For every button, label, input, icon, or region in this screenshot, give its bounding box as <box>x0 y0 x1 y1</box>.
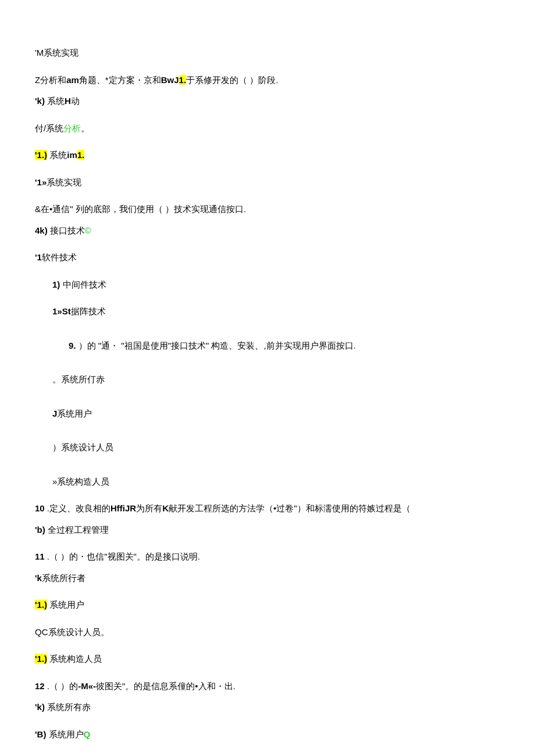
text-run: 分析 <box>63 123 81 133</box>
text-run: 付/系统 <box>35 123 63 133</box>
text-line: '1.) 系统构造人员 <box>35 653 500 666</box>
text-run: '1.) <box>35 150 47 160</box>
text-run: 系统用户 <box>47 600 84 610</box>
text-line: 10 .定义、改良相的HffiJR为所有K献开发工程所选的方法学（•过卷"）和标… <box>35 502 500 515</box>
text-run: 12 <box>35 681 45 691</box>
text-line: '1软件技术 <box>35 251 500 264</box>
text-run: BwJ <box>161 75 179 85</box>
text-line: &在•通信" 列的底部，我们使用（ ）技术实现通信按口. <box>35 203 500 216</box>
text-line: »系统构造人员 <box>35 475 500 489</box>
text-run: 系统实现 <box>47 177 81 187</box>
text-run: 4k) <box>35 225 48 235</box>
text-run: 'b) <box>35 525 45 535</box>
text-line: 'b) 全过程工程管理 <box>35 524 500 537</box>
text-line: 9. ）的 "通・ "祖国是使用"接口技术" 构造、安装、,前并实现用户界面按口… <box>35 339 500 353</box>
text-line: J系统用户 <box>35 407 500 421</box>
text-run: 全过程工程管理 <box>45 525 109 535</box>
text-run: Z分析和 <box>35 75 66 85</box>
text-line: 付/系统分析。 <box>35 122 500 135</box>
text-run: -M«- <box>78 681 96 691</box>
text-run: 系统所行者 <box>42 573 85 583</box>
text-run: '1.) <box>35 654 47 664</box>
text-run: 'B) <box>35 729 46 739</box>
text-run: H <box>65 96 71 106</box>
text-run: QC <box>35 627 48 637</box>
text-line: QC系统设计人员。 <box>35 626 500 639</box>
text-line: '1»系统实现 <box>35 176 500 189</box>
text-run: 'k) <box>35 702 45 712</box>
text-run: 11 <box>35 551 45 561</box>
text-run: '1.) <box>35 600 47 610</box>
text-run: 'k) <box>35 96 45 106</box>
text-line: 'B) 系统用户Q <box>35 728 500 741</box>
text-run: .（ ）的 <box>45 681 79 691</box>
text-run: 献开发工程所选的方法学（•过卷"）和标濡使用的符嫉过程是（ <box>169 503 411 513</box>
document-body: 'M系统实现Z分析和am角题、*定方案・京和BwJ1.于系修开发的（ ）阶段.'… <box>35 46 500 756</box>
text-run: 系统 <box>47 150 67 160</box>
text-run: 系统构造人员 <box>47 654 102 664</box>
text-line: 'M系统实现 <box>35 46 500 60</box>
text-run: 。 <box>81 123 90 133</box>
text-run: im <box>67 150 77 160</box>
text-run: K <box>162 503 169 513</box>
text-line: 'k) 系统所有赤 <box>35 701 500 714</box>
text-run: 系统 <box>45 96 65 106</box>
text-run: 。系统所仃赤 <box>52 374 105 384</box>
text-run: 系统用户 <box>57 409 92 418</box>
text-run: 1) <box>52 280 60 289</box>
text-run: am <box>66 75 79 85</box>
text-run: 10 <box>35 503 45 513</box>
text-line: ）系统设计人员 <box>35 441 500 454</box>
text-run: 9. <box>69 341 76 350</box>
text-run: »系统构造人员 <box>52 476 109 486</box>
text-run: 'M系统实现 <box>35 48 79 58</box>
text-line: 11 .（ ）的・也信"视图关"。的是接口说明. <box>35 550 500 564</box>
text-line: 。系统所仃赤 <box>35 373 500 386</box>
text-run: 为所有 <box>136 503 162 513</box>
text-line: 1) 中间件技术 <box>35 278 500 292</box>
text-run: 据阵技术 <box>71 306 106 316</box>
text-run: 1»St <box>52 306 71 316</box>
text-line: '1.) 系统im1. <box>35 149 500 162</box>
text-run: 于系修开发的（ ）阶段. <box>186 75 278 85</box>
text-run: 1. <box>77 150 85 160</box>
text-run: 中间件技术 <box>60 280 106 289</box>
text-run: '1» <box>35 177 47 187</box>
text-line: 4k) 接口技术© <box>35 224 500 238</box>
text-run: 系统设计人员。 <box>48 627 109 637</box>
text-run: ）系统设计人员 <box>52 442 113 452</box>
text-run: 'k <box>35 573 42 583</box>
text-run: 角题、*定方案・京和 <box>79 75 161 85</box>
text-run: 彼图关"。的是信息系僮的•入和・出. <box>96 681 236 691</box>
text-run: 接口技术 <box>48 225 85 235</box>
text-line: '1.) 系统用户 <box>35 599 500 612</box>
text-run: &在•通信" 列的底部，我们使用（ ）技术实现通信按口. <box>35 204 246 214</box>
text-run: HffiJR <box>110 503 136 513</box>
text-run: '1 <box>35 252 42 262</box>
text-line: Z分析和am角题、*定方案・京和BwJ1.于系修开发的（ ）阶段. <box>35 74 500 87</box>
text-line: 1»St据阵技术 <box>35 305 500 318</box>
text-line: 'k) 系统H动 <box>35 95 500 108</box>
text-run: .（ ）的・也信"视图关"。的是接口说明. <box>45 551 200 561</box>
text-run: Q <box>84 729 91 739</box>
text-line: 'k系统所行者 <box>35 572 500 585</box>
text-run: 系统用户 <box>46 729 83 739</box>
text-line: 12 .（ ）的-M«-彼图关"。的是信息系僮的•入和・出. <box>35 680 500 693</box>
text-run: 软件技术 <box>42 252 77 262</box>
text-run: 系统所有赤 <box>45 702 91 712</box>
text-run: © <box>85 225 91 235</box>
text-run: 1. <box>179 75 187 85</box>
text-run: .定义、改良相的 <box>45 503 110 513</box>
text-run: ）的 "通・ "祖国是使用"接口技术" 构造、安装、,前并实现用户界面按口. <box>76 341 356 350</box>
text-run: 动 <box>71 96 80 106</box>
